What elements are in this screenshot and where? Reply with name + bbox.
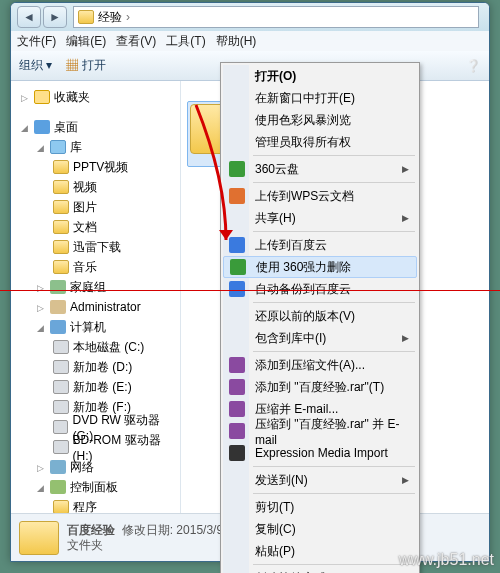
- ctx-send-to[interactable]: 发送到(N)▶: [223, 469, 417, 491]
- baidu-icon: [229, 237, 245, 253]
- folder-icon: [19, 521, 59, 555]
- separator: [253, 302, 415, 303]
- open-button[interactable]: ▦ 打开: [66, 57, 105, 74]
- menu-help[interactable]: 帮助(H): [216, 33, 257, 50]
- rar-icon: [229, 357, 245, 373]
- ctx-open[interactable]: 打开(O): [223, 65, 417, 87]
- cloud-icon: [229, 161, 245, 177]
- path-segment[interactable]: 经验: [98, 9, 122, 26]
- submenu-arrow-icon: ▶: [402, 213, 409, 223]
- tree-drive[interactable]: 新加卷 (E:): [11, 377, 180, 397]
- delete-icon: [230, 259, 246, 275]
- library-icon: [50, 140, 66, 154]
- tree-lib-item[interactable]: 图片: [11, 197, 180, 217]
- ctx-baidu-upload[interactable]: 上传到百度云: [223, 234, 417, 256]
- menubar: 文件(F) 编辑(E) 查看(V) 工具(T) 帮助(H): [11, 31, 489, 51]
- drive-icon: [53, 420, 68, 434]
- annotation-line: [0, 290, 500, 291]
- ctx-360cloud[interactable]: 360云盘▶: [223, 158, 417, 180]
- tree-drive[interactable]: BD-ROM 驱动器 (H:): [11, 437, 180, 457]
- drive-icon: [53, 440, 69, 454]
- tree-admin[interactable]: ▷Administrator: [11, 297, 180, 317]
- ctx-copy[interactable]: 复制(C): [223, 518, 417, 540]
- ctx-wps-upload[interactable]: 上传到WPS云文档: [223, 185, 417, 207]
- wps-icon: [229, 188, 245, 204]
- ctx-shortcut[interactable]: 创建快捷方式(S): [223, 567, 417, 573]
- tree-desktop[interactable]: ◢桌面: [11, 117, 180, 137]
- tree-cpanel[interactable]: ◢控制面板: [11, 477, 180, 497]
- context-menu: 打开(O) 在新窗口中打开(E) 使用色彩风暴浏览 管理员取得所有权 360云盘…: [220, 62, 420, 573]
- rar-icon: [229, 379, 245, 395]
- ctx-colorstorm[interactable]: 使用色彩风暴浏览: [223, 109, 417, 131]
- ctx-open-new-window[interactable]: 在新窗口中打开(E): [223, 87, 417, 109]
- separator: [253, 155, 415, 156]
- drive-icon: [53, 360, 69, 374]
- ctx-cut[interactable]: 剪切(T): [223, 496, 417, 518]
- tree-lib-item[interactable]: 迅雷下载: [11, 237, 180, 257]
- ctx-add-archive[interactable]: 添加到压缩文件(A)...: [223, 354, 417, 376]
- separator: [253, 466, 415, 467]
- submenu-arrow-icon: ▶: [402, 164, 409, 174]
- separator: [253, 564, 415, 565]
- folder-icon: [53, 260, 69, 274]
- tree-lib-item[interactable]: 文档: [11, 217, 180, 237]
- baidu-icon: [229, 281, 245, 297]
- titlebar: ◄ ► 经验 ›: [11, 3, 489, 31]
- tree-homegroup[interactable]: ▷家庭组: [11, 277, 180, 297]
- tree-lib-item[interactable]: PPTV视频: [11, 157, 180, 177]
- folder-icon: [53, 500, 69, 514]
- watermark: www.jb51.net: [399, 551, 494, 569]
- ctx-compress-email-named[interactable]: 压缩到 "百度经验.rar" 并 E-mail: [223, 420, 417, 442]
- ctx-expression-import[interactable]: Expression Media Import: [223, 442, 417, 464]
- tree-computer[interactable]: ◢计算机: [11, 317, 180, 337]
- expression-icon: [229, 445, 245, 461]
- tree-drive[interactable]: 新加卷 (D:): [11, 357, 180, 377]
- drive-icon: [53, 340, 69, 354]
- drive-icon: [53, 380, 69, 394]
- ctx-admin-own[interactable]: 管理员取得所有权: [223, 131, 417, 153]
- user-icon: [50, 300, 66, 314]
- menu-edit[interactable]: 编辑(E): [66, 33, 106, 50]
- help-button[interactable]: ❔: [466, 59, 481, 73]
- path-sep: ›: [126, 10, 130, 24]
- star-icon: [34, 90, 50, 104]
- ctx-baidu-backup[interactable]: 自动备份到百度云: [223, 278, 417, 300]
- organize-button[interactable]: 组织 ▾: [19, 57, 52, 74]
- ctx-share[interactable]: 共享(H)▶: [223, 207, 417, 229]
- separator: [253, 493, 415, 494]
- desktop-icon: [34, 120, 50, 134]
- folder-icon: [53, 220, 69, 234]
- computer-icon: [50, 320, 66, 334]
- folder-icon: [53, 200, 69, 214]
- menu-view[interactable]: 查看(V): [116, 33, 156, 50]
- menu-tools[interactable]: 工具(T): [166, 33, 205, 50]
- folder-icon: [53, 180, 69, 194]
- menu-file[interactable]: 文件(F): [17, 33, 56, 50]
- nav-tree[interactable]: ▷收藏夹 ◢桌面 ◢库 PPTV视频 视频 图片 文档 迅雷下载 音乐 ▷家庭组…: [11, 81, 181, 521]
- ctx-restore[interactable]: 还原以前的版本(V): [223, 305, 417, 327]
- ctx-add-archive-named[interactable]: 添加到 "百度经验.rar"(T): [223, 376, 417, 398]
- cpanel-icon: [50, 480, 66, 494]
- forward-button[interactable]: ►: [43, 6, 67, 28]
- separator: [253, 351, 415, 352]
- ctx-paste[interactable]: 粘贴(P): [223, 540, 417, 562]
- folder-icon: [53, 160, 69, 174]
- network-icon: [50, 460, 66, 474]
- ctx-include-lib[interactable]: 包含到库中(I)▶: [223, 327, 417, 349]
- separator: [253, 182, 415, 183]
- rar-icon: [229, 423, 245, 439]
- folder-icon: [53, 240, 69, 254]
- tree-lib-item[interactable]: 音乐: [11, 257, 180, 277]
- drive-icon: [53, 400, 69, 414]
- submenu-arrow-icon: ▶: [402, 475, 409, 485]
- folder-icon: [78, 10, 94, 24]
- tree-favorites[interactable]: ▷收藏夹: [11, 87, 180, 107]
- rar-icon: [229, 401, 245, 417]
- back-button[interactable]: ◄: [17, 6, 41, 28]
- submenu-arrow-icon: ▶: [402, 333, 409, 343]
- tree-lib-item[interactable]: 视频: [11, 177, 180, 197]
- tree-libraries[interactable]: ◢库: [11, 137, 180, 157]
- address-bar[interactable]: 经验 ›: [73, 6, 479, 28]
- tree-drive[interactable]: 本地磁盘 (C:): [11, 337, 180, 357]
- ctx-360-force-delete[interactable]: 使用 360强力删除: [223, 256, 417, 278]
